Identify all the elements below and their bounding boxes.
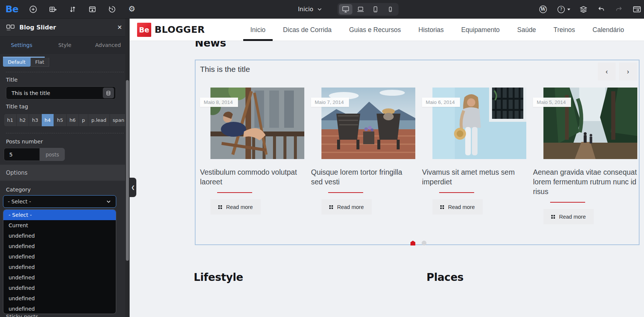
nav-item-dicas-de-corrida[interactable]: Dicas de Corrida xyxy=(283,19,331,41)
slider-prev-button[interactable]: ‹ xyxy=(598,63,616,80)
read-more-button[interactable]: Read more xyxy=(432,199,483,215)
category-option[interactable]: undefined xyxy=(3,241,116,251)
section-heading-lifestyle: Lifestyle xyxy=(194,271,243,283)
device-tablet-button[interactable] xyxy=(369,4,382,15)
panel-tab-advanced[interactable]: Advanced xyxy=(86,37,130,53)
reorder-icon[interactable] xyxy=(68,4,77,14)
revisions-icon[interactable] xyxy=(107,4,117,14)
grid-icon xyxy=(551,215,555,219)
panel-scrollbar-thumb[interactable] xyxy=(126,80,129,261)
help-icon: ? xyxy=(556,4,566,14)
title-tag-h1[interactable]: h1 xyxy=(4,114,17,126)
title-tag-h4[interactable]: h4 xyxy=(42,114,54,126)
add-section-icon[interactable] xyxy=(48,4,58,14)
post-date: Maio 6, 2014 xyxy=(422,98,460,107)
category-option[interactable]: undefined xyxy=(3,272,116,283)
device-desktop-button[interactable] xyxy=(339,4,352,15)
page-selector-label: Inicio xyxy=(298,6,313,13)
nav-item-historias[interactable]: Historias xyxy=(418,19,444,41)
grid-icon xyxy=(218,205,222,209)
read-more-button[interactable]: Read more xyxy=(321,199,372,215)
category-label: Category xyxy=(6,187,31,193)
slider-title: This is the title xyxy=(200,65,250,74)
category-dropdown: - Select -Currentundefinedundefinedundef… xyxy=(3,209,116,314)
post-title[interactable]: Aenean gravida vitae consequat lorem fer… xyxy=(533,167,638,196)
title-tag-span[interactable]: span xyxy=(110,114,127,126)
element-settings-panel: Blog Slider ✕ SettingsStyleAdvanced Defa… xyxy=(0,19,130,317)
wordpress-icon[interactable]: W xyxy=(538,4,548,14)
post-image-lake-view-chairs[interactable]: Maio 7, 2014 xyxy=(321,88,415,159)
nav-item-guias-e-recursos[interactable]: Guias e Recursos xyxy=(349,19,401,41)
help-menu[interactable]: ? xyxy=(556,4,570,14)
style-toggle-flat[interactable]: Flat xyxy=(31,58,49,67)
panel-tabs: SettingsStyleAdvanced xyxy=(0,37,130,54)
post-image-forest-trail[interactable]: Maio 5, 2014 xyxy=(543,88,637,159)
post-title[interactable]: Vivamus sit amet metus sem imperdiet xyxy=(422,167,527,187)
save-template-icon[interactable] xyxy=(88,4,97,14)
bebuilder-logo[interactable]: Be xyxy=(0,4,24,15)
posts-number-label: Posts number xyxy=(6,139,43,145)
exit-to-site-icon[interactable] xyxy=(632,4,642,14)
category-option[interactable]: - Select - xyxy=(3,210,116,220)
page-selector[interactable]: Inicio xyxy=(298,0,322,19)
post-image-woman-blue-wall[interactable]: Maio 6, 2014 xyxy=(432,88,526,159)
site-header: Be BLOGGER InicioDicas de CorridaGuias e… xyxy=(130,19,644,41)
slider-next-button[interactable]: › xyxy=(619,63,637,80)
category-option[interactable]: undefined xyxy=(3,262,116,272)
close-icon[interactable]: ✕ xyxy=(116,22,124,32)
device-mobile-button[interactable] xyxy=(384,4,397,15)
post-date: Maio 7, 2014 xyxy=(311,98,349,107)
site-logo[interactable]: Be BLOGGER xyxy=(137,23,205,37)
post-image-woman-hammock-porch[interactable]: Maio 8, 2014 xyxy=(210,88,304,159)
panel-tab-settings[interactable]: Settings xyxy=(0,37,43,53)
panel-collapse-handle[interactable]: ❮ xyxy=(130,178,136,197)
read-more-label: Read more xyxy=(559,214,586,220)
title-tag-h2[interactable]: h2 xyxy=(17,114,29,126)
read-more-button[interactable]: Read more xyxy=(543,209,594,224)
category-option[interactable]: Current xyxy=(3,220,116,231)
title-tag-p[interactable]: p xyxy=(79,114,88,126)
panel-tab-style[interactable]: Style xyxy=(43,37,86,53)
nav-item-saúde[interactable]: Saúde xyxy=(517,19,536,41)
category-option[interactable]: undefined xyxy=(3,231,116,241)
read-more-button[interactable]: Read more xyxy=(210,199,261,215)
title-tag-h5[interactable]: h5 xyxy=(54,114,67,126)
blog-post-card: Maio 7, 2014Quisque lorem tortor fringil… xyxy=(311,88,416,224)
undo-icon[interactable] xyxy=(596,4,606,14)
pagination-dot-2[interactable] xyxy=(422,241,426,245)
title-tag-h6[interactable]: h6 xyxy=(67,114,79,126)
builder-settings-icon[interactable]: ⚙ xyxy=(127,4,137,14)
post-date: Maio 8, 2014 xyxy=(200,98,238,107)
category-select[interactable]: - Select - xyxy=(3,195,116,208)
title-tag-h3[interactable]: h3 xyxy=(29,114,42,126)
help-caret-icon xyxy=(567,9,570,10)
post-title[interactable]: Vestibulum commodo volutpat laoreet xyxy=(200,167,305,187)
title-tag-p-lead[interactable]: p.lead xyxy=(88,114,110,126)
nav-item-inicio[interactable]: Inicio xyxy=(250,19,266,41)
nav-item-calendário[interactable]: Calendário xyxy=(593,19,624,41)
grid-icon xyxy=(440,205,444,209)
svg-text:?: ? xyxy=(560,7,562,12)
nav-item-treinos[interactable]: Treinos xyxy=(553,19,575,41)
builder-topbar: Be ⚙ Inicio xyxy=(0,0,644,19)
category-option[interactable]: undefined xyxy=(3,304,116,314)
posts-number-input[interactable] xyxy=(4,148,40,161)
category-option[interactable]: undefined xyxy=(3,251,116,262)
post-divider xyxy=(328,192,363,193)
nav-item-equipamento[interactable]: Equipamento xyxy=(461,19,499,41)
chevron-right-icon: › xyxy=(627,68,629,76)
blog-slider-element[interactable]: This is the title ‹ › Maio 8, 2014Vestib… xyxy=(195,60,640,245)
svg-text:W: W xyxy=(540,7,546,12)
category-option[interactable]: undefined xyxy=(3,283,116,293)
post-title[interactable]: Quisque lorem tortor fringilla sed vesti xyxy=(311,167,416,187)
style-toggle-default[interactable]: Default xyxy=(3,58,31,67)
pagination-dot-1[interactable] xyxy=(410,241,415,245)
device-laptop-button[interactable] xyxy=(354,4,367,15)
category-option[interactable]: undefined xyxy=(3,293,116,304)
database-icon[interactable] xyxy=(103,88,114,98)
style-toggle: DefaultFlat xyxy=(3,57,45,67)
layers-icon[interactable] xyxy=(578,4,588,14)
title-input[interactable] xyxy=(6,86,116,99)
redo-icon[interactable] xyxy=(614,4,624,14)
add-element-icon[interactable] xyxy=(28,4,38,14)
